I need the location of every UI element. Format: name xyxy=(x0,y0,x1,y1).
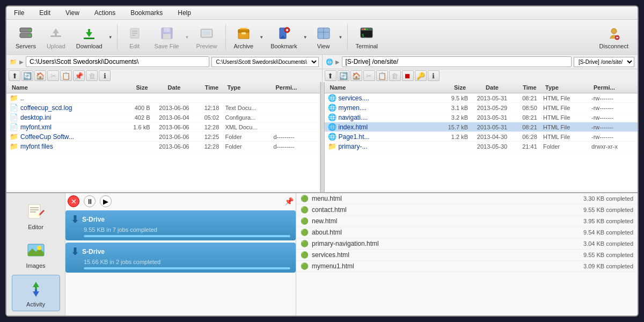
right-address-input[interactable] xyxy=(342,56,572,67)
menu-help[interactable]: Help xyxy=(174,8,194,18)
transfer-item-1[interactable]: ⬇ S-Drive 9.55 KB in 7 jobs completed xyxy=(65,210,296,240)
menu-edit[interactable]: Edit xyxy=(36,8,54,18)
list-item[interactable]: 🟢 services.html 9.55 KB completed xyxy=(296,250,638,261)
completed-size-4: 3.04 KB completed xyxy=(583,240,633,247)
savefile-button[interactable]: Save File xyxy=(150,22,184,52)
table-row[interactable]: 🌐 index.html 15.7 kB 2013-05-31 08:21 HT… xyxy=(325,122,638,132)
right-delete[interactable]: 🗑 xyxy=(389,70,401,81)
archive-arrow[interactable]: ▼ xyxy=(258,35,265,40)
menu-view[interactable]: View xyxy=(62,8,83,18)
sidebar-item-images[interactable]: Images xyxy=(12,236,60,273)
file-time-5: 12:28 xyxy=(199,143,225,150)
table-row[interactable]: 📁 CoffeeCup Softw... 2013-06-06 12:25 Fo… xyxy=(6,132,320,142)
list-item[interactable]: 🟢 mymenu1.html 3.09 KB completed xyxy=(296,261,638,272)
right-nav-up[interactable]: ⬆ xyxy=(325,70,336,81)
table-row[interactable]: 🌐 Page1.ht... 1.2 kB 2013-04-30 06:28 HT… xyxy=(325,132,638,142)
completed-icon-3: 🟢 xyxy=(301,229,309,236)
left-info[interactable]: ℹ xyxy=(99,70,111,81)
sidebar-item-editor[interactable]: Editor xyxy=(12,197,60,234)
bottom-section: Editor Images xyxy=(6,192,638,316)
transfer-item-2[interactable]: ⬇ S-Drive 15.66 KB in 2 jobs completed xyxy=(65,243,296,273)
servers-button[interactable]: Servers xyxy=(11,22,41,52)
right-col-size[interactable]: Size xyxy=(430,84,468,91)
menu-bookmarks[interactable]: Bookmarks xyxy=(127,8,166,18)
right-refresh[interactable]: 🔄 xyxy=(338,70,349,81)
right-info[interactable]: ℹ xyxy=(428,70,440,81)
table-row[interactable]: 🌐 services.... 9.5 kB 2013-05-31 08:21 H… xyxy=(325,93,638,103)
terminal-button[interactable]: $_ Terminal xyxy=(351,22,383,52)
list-item[interactable]: 🟢 primary-navigation.html 3.04 KB comple… xyxy=(296,238,638,250)
right-cut[interactable]: ✂ xyxy=(363,70,375,81)
left-col-name[interactable]: Name xyxy=(10,84,113,91)
rfile-permi-0: -rw------- xyxy=(591,95,634,101)
right-col-permi[interactable]: Permi... xyxy=(591,84,634,91)
transfer-1-name: S-Drive xyxy=(82,216,105,223)
left-address-icon: 📁 xyxy=(10,58,17,65)
left-delete[interactable]: 🗑 xyxy=(86,70,98,81)
completed-name-0: menu.html xyxy=(312,195,583,202)
left-col-type[interactable]: Type xyxy=(225,84,274,91)
right-stop[interactable]: ⏹ xyxy=(402,70,414,81)
download-button[interactable]: Download xyxy=(71,22,107,52)
table-row[interactable]: 📁 primary-... 2013-05-30 21:41 Folder dr… xyxy=(325,142,638,151)
savefile-arrow[interactable]: ▼ xyxy=(184,35,190,40)
archive-icon xyxy=(235,25,252,42)
rfile-type-1: HTML File xyxy=(543,105,591,111)
list-item[interactable]: 🟢 menu.html 3.30 KB completed xyxy=(296,193,638,204)
table-row[interactable]: 📄 coffeecup_scd.log 400 B 2013-06-06 12:… xyxy=(6,103,320,113)
edit-button[interactable]: Edit xyxy=(121,22,149,52)
download-arrow[interactable]: ▼ xyxy=(107,35,114,40)
right-home[interactable]: 🏠 xyxy=(350,70,362,81)
pin-button[interactable]: 📌 xyxy=(284,197,294,206)
stop-button[interactable]: ✕ xyxy=(68,195,79,207)
left-cut[interactable]: ✂ xyxy=(47,70,59,81)
list-item[interactable]: 🟢 contact.html 9.55 KB completed xyxy=(296,204,638,216)
list-item[interactable]: 🟢 new.html 3.95 KB completed xyxy=(296,216,638,227)
list-item[interactable]: 🟢 about.html 9.54 KB completed xyxy=(296,227,638,238)
right-col-date[interactable]: Date xyxy=(468,84,516,91)
table-row[interactable]: 🌐 mymen.... 3.1 kB 2013-05-29 08:50 HTML… xyxy=(325,103,638,113)
file-date-2: 2013-06-04 xyxy=(150,114,199,121)
bookmark-button[interactable]: Bookmark xyxy=(266,22,302,52)
bookmark-icon xyxy=(275,25,292,42)
resume-button[interactable]: ▶ xyxy=(100,195,112,207)
left-nav-up[interactable]: ⬆ xyxy=(9,70,20,81)
table-row[interactable]: 🌐 navigati.... 3.2 kB 2013-05-31 08:21 H… xyxy=(325,113,638,122)
left-home[interactable]: 🏠 xyxy=(34,70,46,81)
left-address-input[interactable] xyxy=(26,56,209,67)
pause-button[interactable]: ⏸ xyxy=(84,195,96,207)
completed-icon-2: 🟢 xyxy=(301,217,309,225)
menu-actions[interactable]: Actions xyxy=(91,8,119,18)
left-paste[interactable]: 📌 xyxy=(73,70,85,81)
left-refresh[interactable]: 🔄 xyxy=(21,70,33,81)
right-col-type[interactable]: Type xyxy=(543,84,591,91)
archive-dropdown-icon: ▼ xyxy=(259,35,264,40)
svg-point-2 xyxy=(29,29,31,31)
archive-button[interactable]: Archive xyxy=(229,22,259,52)
right-copy[interactable]: 📋 xyxy=(376,70,388,81)
view-arrow[interactable]: ▼ xyxy=(338,35,344,40)
left-address-dropdown[interactable]: C:\Users\Scott Swedorski\Documents\ xyxy=(211,57,319,67)
table-row[interactable]: 📄 desktop.ini 402 B 2013-06-04 05:02 Con… xyxy=(6,113,320,122)
disconnect-button[interactable]: Disconnect xyxy=(595,22,633,52)
left-col-permi[interactable]: Permi... xyxy=(274,84,317,91)
right-key[interactable]: 🔑 xyxy=(415,70,427,81)
table-row[interactable]: 📄 myfont.xml 1.6 kB 2013-06-06 12:28 XML… xyxy=(6,122,320,132)
bookmark-arrow[interactable]: ▼ xyxy=(302,35,309,40)
panel-splitter[interactable] xyxy=(320,82,325,192)
right-address-dropdown[interactable]: [S-Drive] /one/site/ xyxy=(574,57,634,67)
right-col-time[interactable]: Time xyxy=(516,84,543,91)
table-row[interactable]: 📁 .. xyxy=(6,93,320,103)
upload-button[interactable]: Upload xyxy=(42,22,70,52)
menu-file[interactable]: File xyxy=(11,8,27,18)
right-col-name[interactable]: Name xyxy=(328,84,431,91)
left-col-time[interactable]: Time xyxy=(199,84,225,91)
rfile-type-0: HTML File xyxy=(543,95,591,101)
table-row[interactable]: 📁 myfont files 2013-06-06 12:28 Folder d… xyxy=(6,142,320,151)
left-copy[interactable]: 📋 xyxy=(60,70,72,81)
left-col-date[interactable]: Date xyxy=(150,84,199,91)
sidebar-item-activity[interactable]: Activity xyxy=(12,275,60,311)
view-button[interactable]: View xyxy=(310,22,338,52)
preview-button[interactable]: Preview xyxy=(191,22,222,52)
left-col-size[interactable]: Size xyxy=(113,84,150,91)
